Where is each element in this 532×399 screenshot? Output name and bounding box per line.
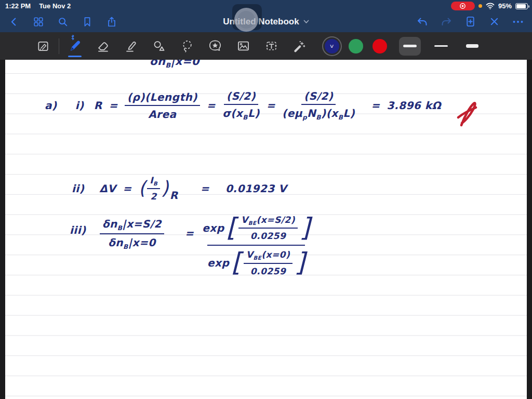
close-icon [489,16,500,27]
close-bracket: ] [295,253,305,273]
page-left-edge [0,60,5,399]
text-icon [264,39,278,53]
redo-icon [440,16,453,28]
ellipsis-icon [512,16,524,28]
image-icon [236,39,250,53]
apple-pencil-connected-icon [70,33,75,43]
pages-grid-button[interactable] [32,15,45,29]
undo-icon [416,16,429,28]
page-right-edge [527,60,532,399]
bookmark-icon [82,16,93,28]
exp-ratio-fraction: exp [ VBE(x=S/2) 0.0259 ] exp [ VBE(x=0)… [202,215,310,276]
bookmark-button[interactable] [81,15,94,29]
paper-template-icon [36,39,50,53]
carrier-ratio-fraction: δnB|x=S/2 δnB|x=0 [100,218,164,250]
clock-time: 1:22 PM [5,2,31,10]
microphone-indicator-dot [478,4,482,8]
touch-pointer-indicator [234,8,258,32]
add-page-button[interactable] [463,15,477,29]
label-iii: iii) [70,224,86,236]
fraction-s2-over-emunb: (S/2) (eμpNB)(xBL) [282,90,355,121]
wifi-icon [486,3,495,9]
close-bracket: ] [300,218,310,238]
undo-button[interactable] [416,15,429,29]
open-bracket: [ [231,253,242,273]
highlighter-icon [124,39,138,53]
handwriting-row-iii: iii) δnB|x=S/2 δnB|x=0 = exp [ VBE(x=S/2… [70,215,310,276]
date-label: Tue Nov 2 [39,2,71,10]
chevron-left-icon [8,16,20,28]
color-chevron-down-icon: ∨ [329,44,335,49]
lasso-tool-button[interactable] [179,37,195,55]
thickness-option-thin[interactable] [430,37,452,56]
fraction-rho-length-over-area: (ρ)(Length) Area [125,91,200,121]
handwriting-row-a-i: a) i) R = (ρ)(Length) Area = (S/2) σ(xBL… [45,90,441,121]
image-tool-button[interactable] [235,37,251,55]
medium-line-icon [403,45,417,47]
top-bar: 1:22 PM Tue Nov 2 95% [0,0,532,32]
delta-v-symbol: ΔV [99,182,116,195]
fraction-s2-over-sigma: (S/2) σ(xBL) [222,90,260,121]
thickness-option-thick[interactable] [461,37,483,56]
thickness-option-medium[interactable] [399,37,421,56]
share-icon [106,16,117,28]
pen-selected-underline [68,56,82,57]
thin-line-icon [434,45,448,47]
label-ii: ii) [72,182,84,195]
delta-v-result: 0.01923 V [225,182,287,195]
red-check-mark [456,100,478,130]
back-button[interactable] [7,15,21,29]
grid-icon [33,16,44,28]
record-icon [459,3,466,9]
handwriting-top-formula: δnB|x=0 [150,60,200,69]
highlighter-tool-button[interactable] [123,37,139,55]
eraser-icon [96,39,110,53]
resistance-symbol: R [94,99,102,112]
paper-template-button[interactable] [35,37,51,55]
thick-line-icon [466,44,478,48]
label-i: i) [75,99,84,112]
label-a: a) [45,99,57,112]
navigation-bar: Untitled Notebook [0,11,532,32]
search-icon [57,16,69,28]
redo-button[interactable] [440,15,453,29]
pen-tool-button[interactable] [67,37,83,55]
favorites-star-icon [208,39,222,53]
add-page-icon [464,16,476,28]
note-page-canvas[interactable]: δnB|x=0 a) i) R = (ρ)(Length) Area = (S/… [0,60,532,399]
color-swatch-green[interactable] [349,39,363,54]
handwriting-row-ii: ii) ΔV = ( IB 2 ) R = 0.01923 V [72,175,287,202]
magic-wand-icon [292,39,307,54]
screen-record-pill[interactable] [451,2,475,10]
open-bracket: [ [227,218,237,238]
text-tool-button[interactable] [263,37,279,55]
battery-icon [515,3,528,9]
share-button[interactable] [105,15,118,29]
chevron-down-icon [303,20,309,24]
color-swatch-navy[interactable]: ∨ [325,39,339,54]
drawing-toolbar: ∨ [0,32,532,60]
ib-over-2-times-r: ( IB 2 ) R [139,175,178,202]
close-button[interactable] [487,15,501,29]
shapes-tool-button[interactable] [151,37,167,55]
favorites-tool-button[interactable] [207,37,223,55]
resistance-result: 3.896 kΩ [387,99,441,112]
notability-app: 1:22 PM Tue Nov 2 95% [0,0,532,399]
toolbar-divider [59,38,59,54]
magic-wand-tool-button[interactable] [291,37,307,55]
search-button[interactable] [56,15,70,29]
more-button[interactable] [511,15,525,29]
battery-percent-label: 95% [498,2,512,10]
lasso-icon [180,39,194,53]
color-swatch-red[interactable] [373,39,387,54]
eraser-tool-button[interactable] [95,37,111,55]
shapes-icon [152,39,166,53]
status-bar: 1:22 PM Tue Nov 2 95% [0,0,532,11]
